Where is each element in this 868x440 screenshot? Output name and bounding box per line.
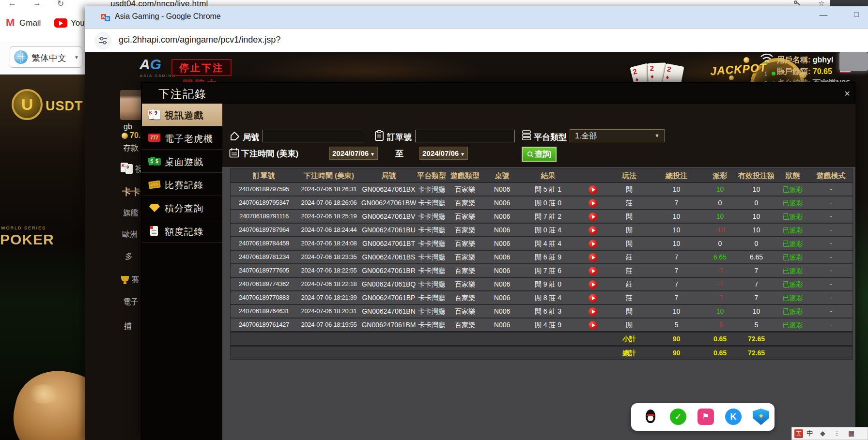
play-video-button[interactable] (576, 251, 610, 263)
play-video-button[interactable] (576, 237, 610, 250)
date-to-picker[interactable]: 2024/07/06▼ (419, 147, 468, 160)
menu-item-points[interactable]: 積分查詢 (142, 197, 222, 219)
date-from-picker[interactable]: 2024/07/06▼ (329, 147, 378, 160)
table-cell: 240706189764631 (231, 305, 297, 318)
wifi-icon (760, 52, 774, 64)
play-icon[interactable] (589, 267, 597, 275)
lobby-deposit[interactable]: 存款 (123, 143, 139, 153)
play-icon[interactable] (589, 307, 597, 316)
ime-keyboard-icon[interactable]: ▦ (848, 429, 854, 437)
menu-item-match-records[interactable]: 比賽記錄 (142, 173, 222, 196)
bet-table: 訂單號下注時間 (美東)局號平台類型遊戲類型桌號結果玩法總投注派彩有效投注額狀態… (230, 168, 853, 360)
play-icon[interactable] (589, 226, 597, 235)
lobby-hall-europe[interactable]: 歐洲 (122, 229, 138, 240)
ime-symbol-icon[interactable]: ◆ (820, 429, 825, 437)
table-cell: N006 (484, 237, 520, 250)
grandtotal-cell (484, 347, 520, 359)
balance-label: 賬戶餘額: (777, 67, 810, 76)
table-cell: 已派彩 (777, 319, 808, 331)
play-icon[interactable] (589, 199, 597, 208)
column-header: 平台類型 (417, 169, 446, 182)
table-cell: GN006247061BW (360, 197, 417, 209)
key-icon[interactable] (794, 0, 800, 6)
user-name-value: gbhyl (813, 56, 834, 64)
play-icon[interactable] (589, 240, 597, 248)
round-input[interactable] (263, 130, 365, 142)
youtube-icon[interactable] (54, 18, 67, 28)
table-cell: 卡卡灣廳 (417, 197, 446, 209)
cards-icon: K 9 (148, 109, 161, 121)
search-button[interactable]: 查詢 (522, 147, 557, 162)
user-name-label: 用戶名稱: (777, 56, 810, 64)
minimize-button[interactable]: — (814, 10, 833, 25)
play-video-button[interactable] (576, 319, 610, 331)
table-cell: - (808, 264, 853, 277)
play-video-button[interactable] (576, 278, 610, 290)
play-video-button[interactable] (576, 264, 610, 277)
play-icon[interactable] (589, 212, 597, 221)
table-cell: 卡卡灣廳 (417, 278, 446, 290)
shield-guard-icon[interactable]: ✦ (753, 409, 769, 425)
forward-icon[interactable]: → (33, 0, 41, 8)
table-cell: 240706189784459 (231, 237, 297, 250)
play-video-button[interactable] (576, 291, 610, 304)
play-video-button[interactable] (576, 305, 610, 318)
popup-title-bar[interactable]: A G Asia Gaming - Google Chrome — □ (85, 6, 868, 29)
table-cell: - (808, 278, 853, 290)
search-button-label: 查詢 (535, 150, 551, 159)
platform-type-select[interactable]: 1.全部 ▼ (570, 129, 665, 142)
table-cell: 10 (649, 183, 704, 196)
menu-item-video-games[interactable]: K 9 視訊遊戲 (142, 104, 222, 126)
poker-banner-small: WORLD SERIES (1, 226, 46, 230)
play-video-button[interactable] (576, 197, 610, 209)
maximize-button[interactable]: □ (847, 10, 866, 25)
table-cell: - (808, 305, 853, 318)
ime-lang-mode[interactable]: 中 (806, 429, 813, 438)
lobby-hall-flagship[interactable]: 旗艦 (123, 208, 139, 218)
green-security-icon[interactable]: ✓ (670, 409, 686, 425)
menu-item-table-games[interactable]: $ $ 桌面遊戲 (142, 150, 222, 173)
back-icon[interactable]: ← (8, 0, 16, 8)
lobby-fish[interactable]: 捕 (124, 321, 132, 332)
table-cell: GN006247061BN (360, 305, 417, 318)
table-cell: 10 (649, 305, 704, 318)
usdt-logo-icon[interactable]: U (12, 89, 43, 120)
menu-item-slots[interactable]: 777 電子老虎機 (142, 127, 222, 150)
favicon-g: G (105, 16, 110, 21)
k-app-icon[interactable]: K (725, 409, 742, 425)
bookmark-gmail[interactable]: Gmail (19, 18, 41, 28)
play-video-button[interactable] (576, 183, 610, 196)
play-video-button[interactable] (576, 210, 610, 223)
popup-url-bar[interactable]: gci.2hhapi.com/agingame/pcv1/index.jsp? (85, 29, 868, 52)
popup-url-text[interactable]: gci.2hhapi.com/agingame/pcv1/index.jsp? (119, 35, 280, 45)
play-icon[interactable] (589, 321, 597, 330)
ime-wubi-icon[interactable]: 五 (794, 429, 803, 438)
play-icon[interactable] (589, 280, 597, 289)
column-header: 玩法 (610, 169, 649, 182)
play-icon[interactable] (589, 185, 597, 194)
lobby-slot[interactable]: 電子 (123, 297, 139, 307)
play-icon[interactable] (589, 253, 597, 262)
lobby-hall-multi[interactable]: 多 (125, 252, 133, 262)
qq-icon[interactable] (642, 409, 659, 425)
bookmark-youtube[interactable]: YouTu (71, 18, 85, 28)
ime-toolbar[interactable]: 五 中 ◆ ⋮ ▦ (791, 427, 868, 440)
table-cell: 已派彩 (777, 251, 808, 263)
lobby-match[interactable]: 賽 (132, 275, 140, 285)
subtotal-cell (360, 333, 417, 345)
play-icon[interactable] (589, 294, 597, 303)
ime-more-icon[interactable]: ⋮ (834, 429, 840, 437)
order-input[interactable] (415, 130, 515, 142)
lobby-hall-kaka[interactable]: 卡卡 (122, 186, 140, 198)
pink-flag-icon[interactable]: ⚑ (698, 409, 714, 425)
site-settings-button[interactable] (94, 32, 112, 49)
play-video-button[interactable] (576, 224, 610, 236)
table-cell: 卡卡灣廳 (417, 319, 446, 331)
menu-item-credit-records[interactable]: 額度記錄 (142, 220, 222, 243)
grandtotal-cell (231, 347, 297, 359)
close-icon[interactable]: × (841, 87, 853, 100)
table-row: 2407061897953472024-07-06 18:26:06GN0062… (231, 196, 852, 209)
gmail-icon[interactable]: M (6, 16, 15, 29)
slot-machine-icon: 777 (148, 132, 161, 144)
language-selector[interactable]: 繁体中文 ▼ (10, 46, 82, 68)
